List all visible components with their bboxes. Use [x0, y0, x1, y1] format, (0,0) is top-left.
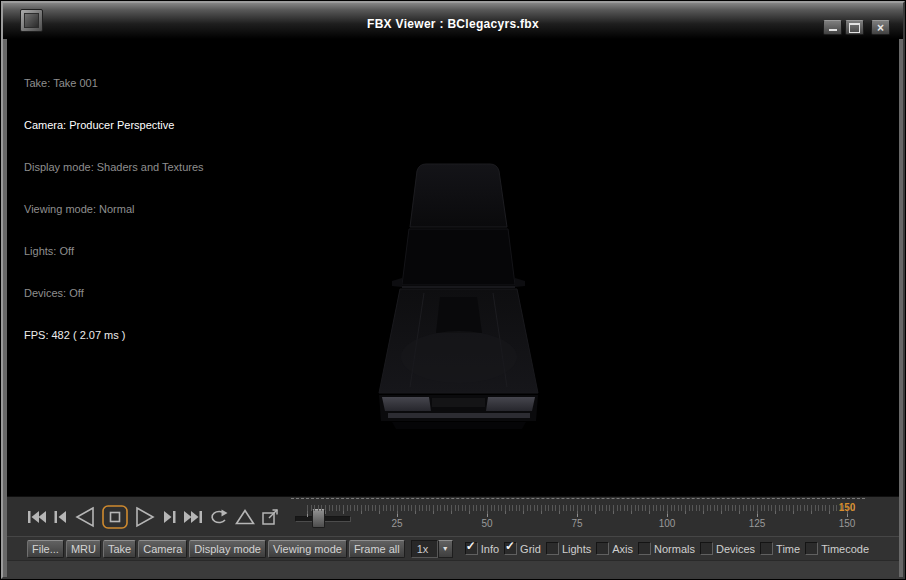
- checkbox-label: Timecode: [821, 543, 869, 555]
- chevron-down-icon: ▼: [442, 545, 449, 552]
- step-forward-icon: [162, 509, 177, 525]
- checkbox-time[interactable]: ✓ Time: [760, 542, 800, 555]
- step-back-button[interactable]: [53, 509, 68, 525]
- checkbox-label: Devices: [716, 543, 755, 555]
- jump-to-start-icon: [27, 509, 47, 525]
- up-triangle-button[interactable]: [235, 508, 255, 526]
- speed-dropdown-arrow[interactable]: ▼: [438, 540, 453, 558]
- hud-fps: FPS: 482 ( 2.07 ms ): [24, 328, 204, 342]
- bottom-toolbar: File... MRU Take Camera Display mode Vie…: [7, 536, 899, 560]
- viewing-mode-button[interactable]: Viewing mode: [268, 540, 347, 558]
- play-forward-button[interactable]: [134, 506, 156, 528]
- transport-controls: [27, 504, 281, 530]
- timeline-tick-label: 100: [652, 518, 682, 529]
- checkbox-info[interactable]: ✓ Info: [465, 542, 499, 555]
- timeline-tick-label: 50: [472, 518, 502, 529]
- timeline-ruler[interactable]: 25 50 75 100 125 150 150: [307, 505, 859, 535]
- play-forward-icon: [134, 506, 156, 528]
- timeline-minor-ticks: [307, 505, 855, 511]
- checkbox-normals[interactable]: ✓ Normals: [638, 542, 695, 555]
- check-icon: ✓: [505, 539, 515, 553]
- display-mode-button[interactable]: Display mode: [189, 540, 266, 558]
- axis-checkbox-box[interactable]: ✓: [596, 542, 609, 555]
- checkbox-label: Time: [776, 543, 800, 555]
- status-strip: [7, 560, 899, 577]
- play-backward-button[interactable]: [74, 506, 96, 528]
- timeline-tick-label: 75: [562, 518, 592, 529]
- file-button[interactable]: File...: [27, 540, 64, 558]
- hud-take: Take: Take 001: [24, 76, 204, 90]
- transport-bar: 25 50 75 100 125 150 150: [7, 496, 899, 536]
- hud-viewing-mode: Viewing mode: Normal: [24, 202, 204, 216]
- timeline-tick-label: 125: [742, 518, 772, 529]
- checkbox-axis[interactable]: ✓ Axis: [596, 542, 633, 555]
- snapshot-icon: [261, 508, 281, 526]
- hud-lights: Lights: Off: [24, 244, 204, 258]
- speed-value: 1x: [411, 540, 438, 558]
- step-forward-button[interactable]: [162, 509, 177, 525]
- lights-checkbox-box[interactable]: ✓: [546, 542, 559, 555]
- checkbox-label: Info: [481, 543, 499, 555]
- mru-button[interactable]: MRU: [66, 540, 101, 558]
- loop-button[interactable]: [209, 508, 229, 526]
- minimize-button[interactable]: [823, 20, 842, 35]
- loop-icon: [209, 508, 229, 526]
- checkbox-devices[interactable]: ✓ Devices: [700, 542, 755, 555]
- close-icon: ×: [877, 22, 884, 34]
- checkbox-grid[interactable]: ✓ Grid: [504, 542, 541, 555]
- snapshot-button[interactable]: [261, 508, 281, 526]
- info-checkbox-box[interactable]: ✓: [465, 542, 478, 555]
- checkbox-label: Normals: [654, 543, 695, 555]
- stop-button[interactable]: [102, 505, 128, 529]
- checkbox-timecode[interactable]: ✓ Timecode: [805, 542, 869, 555]
- take-button[interactable]: Take: [103, 540, 136, 558]
- devices-checkbox-box[interactable]: ✓: [700, 542, 713, 555]
- viewport-3d[interactable]: Take: Take 001 Camera: Producer Perspect…: [7, 39, 899, 496]
- frame-all-button[interactable]: Frame all: [349, 540, 405, 558]
- hud-camera: Camera: Producer Perspective: [24, 118, 204, 132]
- speed-dropdown[interactable]: 1x ▼: [411, 540, 453, 558]
- play-backward-icon: [74, 506, 96, 528]
- timeline-tick-label: 25: [382, 518, 412, 529]
- minimize-icon: [829, 29, 837, 31]
- timecode-checkbox-box[interactable]: ✓: [805, 542, 818, 555]
- step-back-icon: [53, 509, 68, 525]
- maximize-icon: [849, 23, 860, 33]
- timeline-dashed-line: [291, 498, 865, 499]
- hud-devices: Devices: Off: [24, 286, 204, 300]
- jump-to-start-button[interactable]: [27, 509, 47, 525]
- time-checkbox-box[interactable]: ✓: [760, 542, 773, 555]
- stop-icon: [102, 505, 128, 529]
- checkbox-label: Axis: [612, 543, 633, 555]
- title-bar[interactable]: FBX Viewer : BClegacyrs.fbx ×: [3, 3, 903, 39]
- display-checkboxes: ✓ Info ✓ Grid ✓ Lights ✓ Axis ✓ Normals …: [465, 542, 869, 555]
- checkbox-lights[interactable]: ✓ Lights: [546, 542, 591, 555]
- up-triangle-icon: [235, 508, 255, 526]
- checkbox-label: Lights: [562, 543, 591, 555]
- app-window: FBX Viewer : BClegacyrs.fbx ×: [0, 0, 906, 580]
- timeline-tick-label: 150: [832, 518, 862, 529]
- current-frame-indicator: 150: [831, 502, 863, 513]
- checkbox-label: Grid: [520, 543, 541, 555]
- close-button[interactable]: ×: [871, 20, 890, 35]
- grid-checkbox-box[interactable]: ✓: [504, 542, 517, 555]
- hud-display-mode: Display mode: Shaders and Textures: [24, 160, 204, 174]
- window-controls: ×: [823, 20, 890, 35]
- jump-to-end-icon: [183, 509, 203, 525]
- viewport-hud: Take: Take 001 Camera: Producer Perspect…: [24, 48, 204, 370]
- check-icon: ✓: [466, 539, 476, 553]
- jump-to-end-button[interactable]: [183, 509, 203, 525]
- camera-button[interactable]: Camera: [138, 540, 187, 558]
- maximize-button[interactable]: [845, 20, 864, 35]
- normals-checkbox-box[interactable]: ✓: [638, 542, 651, 555]
- car-model: [332, 135, 582, 435]
- window-title: FBX Viewer : BClegacyrs.fbx: [3, 17, 903, 31]
